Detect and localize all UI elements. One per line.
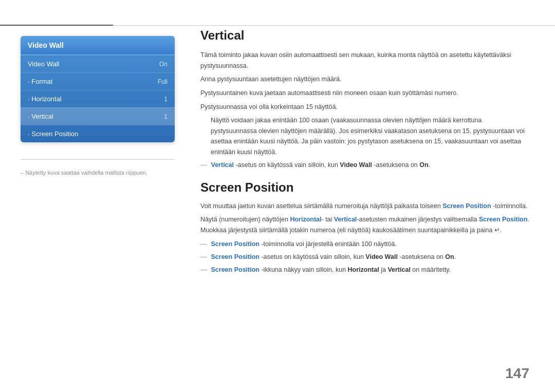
sp-vertical-keyword: Vertical	[387, 266, 410, 273]
top-line-dark	[0, 25, 113, 26]
sp-vw-keyword: Video Wall	[365, 253, 398, 260]
sidebar-header: Video Wall	[21, 36, 175, 55]
screen-position-keyword-1: Screen Position	[442, 202, 491, 210]
sp-on-keyword: On	[445, 253, 454, 260]
vertical-keyword-2: Vertical	[334, 216, 357, 223]
sidebar-item-vertical-label: · Vertical	[28, 113, 53, 120]
sp-keyword-3: Screen Position	[211, 266, 260, 273]
sidebar-item-vertical[interactable]: · Vertical 1	[21, 107, 175, 125]
sp-horizontal-keyword: Horizontal	[348, 266, 379, 273]
screen-position-keyword-2: Screen Position	[479, 216, 527, 223]
sp-note-3-text: Screen Position -ikkuna näkyy vain sillo…	[211, 265, 451, 275]
screen-position-note-1: — Screen Position -toiminnolla voi järje…	[200, 239, 529, 249]
divider-line	[21, 159, 175, 160]
sidebar-item-vertical-value: 1	[164, 113, 168, 120]
sidebar-item-video-wall-value: On	[159, 61, 168, 68]
sidebar-item-horizontal-label: · Horizontal	[28, 95, 62, 103]
top-decorative-lines	[0, 25, 555, 26]
sidebar-item-format[interactable]: · Format Full	[21, 72, 175, 90]
horizontal-keyword: Horizontal	[290, 216, 321, 223]
sidebar-item-horizontal-value: 1	[164, 96, 168, 103]
main-content: Vertical Tämä toiminto jakaa kuvan osiin…	[200, 28, 529, 366]
sp-note-3-dash: —	[200, 265, 207, 275]
screen-position-para-2: Näytä (numeroitujen) näyttöjen Horizonta…	[200, 214, 529, 235]
sp-note-1-text: Screen Position -toiminnolla voi järjest…	[211, 239, 397, 249]
sidebar-note: – Näytetty kuva saattaa vaihdella mallis…	[21, 170, 147, 176]
sidebar-item-format-value: Full	[158, 78, 168, 85]
sidebar-item-horizontal[interactable]: · Horizontal 1	[21, 90, 175, 107]
screen-position-para-1: Voit muuttaa jaetun kuvan asettelua siir…	[200, 201, 529, 212]
vertical-note-dash: —	[200, 160, 207, 170]
vertical-para-2: Anna pystysuuntaan asetettujen näyttöjen…	[200, 74, 529, 85]
sidebar-item-video-wall[interactable]: Video Wall On	[21, 55, 175, 72]
sp-note-2-dash: —	[200, 252, 207, 262]
screen-position-section-title: Screen Position	[200, 180, 529, 195]
vertical-keyword: Vertical	[211, 161, 234, 169]
videowall-keyword: Video Wall	[340, 161, 372, 169]
sidebar-item-format-label: · Format	[28, 78, 52, 85]
sp-keyword-2: Screen Position	[211, 253, 260, 260]
vertical-para-4: Pystysuunnassa voi olla korkeintaan 15 n…	[200, 102, 529, 113]
vertical-section-title: Vertical	[200, 28, 529, 43]
sp-note-2-text: Screen Position -asetus on käytössä vain…	[211, 252, 456, 262]
sidebar-box: Video Wall Video Wall On · Format Full ·…	[21, 36, 175, 142]
vertical-note: — Vertical -asetus on käytössä vain sill…	[200, 160, 529, 170]
sidebar: Video Wall Video Wall On · Format Full ·…	[21, 36, 175, 142]
top-line-light	[113, 25, 555, 26]
on-keyword: On	[419, 161, 428, 169]
screen-position-note-3: — Screen Position -ikkuna näkyy vain sil…	[200, 265, 529, 275]
page-number: 147	[505, 365, 529, 382]
vertical-para-1: Tämä toiminto jakaa kuvan osiin automaat…	[200, 50, 529, 71]
vertical-note-text: Vertical -asetus on käytössä vain silloi…	[211, 160, 431, 170]
sp-keyword-1: Screen Position	[211, 240, 260, 248]
sp-note-1-dash: —	[200, 239, 207, 249]
sidebar-item-video-wall-label: Video Wall	[28, 60, 59, 68]
sidebar-item-screen-position-label: · Screen Position	[28, 130, 78, 138]
vertical-indented-para: Näyttö voidaan jakaa enintään 100 osaan …	[200, 115, 529, 158]
screen-position-note-2: — Screen Position -asetus on käytössä va…	[200, 252, 529, 262]
vertical-para-3: Pystysuuntainen kuva jaetaan automaattis…	[200, 88, 529, 99]
sidebar-item-screen-position[interactable]: · Screen Position	[21, 125, 175, 142]
